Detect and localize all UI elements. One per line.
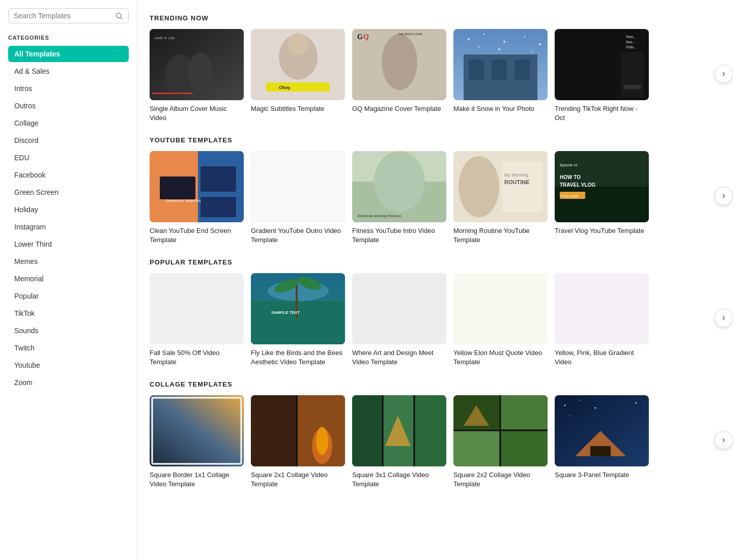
template-card-where-art[interactable]: Where Art and Design Meet Video Template [352,273,446,366]
sidebar-item-zoom[interactable]: Zoom [8,374,129,391]
svg-point-96 [564,405,566,406]
sidebar-item-popular[interactable]: Popular [8,288,129,304]
section-title-collage: COLLAGE TEMPLATES [150,380,733,388]
thumbnail-gq-magazine: G Q THE BOLD LOOK [352,29,446,100]
template-card-magic-subtitles[interactable]: Okay. Magic Subtitles Template [251,29,345,122]
search-box[interactable] [8,8,129,23]
thumbnail-clean-youtube: Thanks for Watching [150,151,244,222]
template-label-sq3x1: Square 3x1 Collage Video Template [352,470,446,488]
sidebar-item-memorial[interactable]: Memorial [8,271,129,287]
template-card-sq2x1[interactable]: Square 2x1 Collage Video Template [251,395,345,488]
template-label-clean-youtube: Clean YouTube End Screen Template [150,226,244,244]
template-card-single-album[interactable]: walk in use Single Album Cover Music Vid… [150,29,244,122]
carousel-row-collage: Square Border 1x1 Collage Video Template… [150,395,733,488]
categories-label: CATEGORIES [8,35,129,41]
svg-point-24 [483,34,485,35]
thumbnail-travel-vlog: Episode 41 HOW TO TRAVEL VLOG FOLLOW [555,151,649,222]
svg-text:My Morning: My Morning [504,172,528,178]
thumbnail-where-art [352,273,446,344]
chevron-right-icon [720,436,727,444]
svg-point-5 [188,53,213,92]
carousel-next-collage[interactable] [714,431,733,449]
template-card-make-snow[interactable]: Make it Snow in Your Photo [453,29,548,122]
svg-rect-44 [251,151,345,222]
svg-rect-35 [621,52,644,98]
sidebar-item-outros[interactable]: Outros [8,98,129,114]
template-label-fall-sale: Fall Sale 50% Off Video Template [150,348,244,366]
sidebar-item-sounds[interactable]: Sounds [8,322,129,339]
svg-text:Okay.: Okay. [279,85,291,90]
template-card-trending-tiktok[interactable]: Tren... Sou... Octo... Trending TikTok R… [555,29,649,122]
svg-rect-43 [200,197,236,217]
thumbnail-single-album: walk in use [150,29,244,100]
template-card-clean-youtube[interactable]: Thanks for Watching Clean YouTube End Sc… [150,151,244,244]
svg-rect-40 [160,176,195,199]
svg-text:FOLLOW: FOLLOW [561,194,578,198]
sidebar-item-collage[interactable]: Collage [8,115,129,131]
sidebar-item-green-screen[interactable]: Green Screen [8,184,129,200]
svg-text:SAMPLE TEXT: SAMPLE TEXT [271,310,300,315]
carousel-next-trending[interactable] [714,65,733,83]
carousel-row-popular: Fall Sale 50% Off Video Template SAMPLE … [150,273,733,366]
template-card-travel-vlog[interactable]: Episode 41 HOW TO TRAVEL VLOG FOLLOW Tra… [555,151,649,244]
section-title-popular: POPULAR TEMPLATES [150,258,733,266]
svg-text:Octo...: Octo... [626,45,637,49]
template-label-sq2x1: Square 2x1 Collage Video Template [251,470,345,488]
thumbnail-trending-tiktok: Tren... Sou... Octo... [555,29,649,100]
svg-rect-6 [152,93,193,94]
template-card-fall-sale[interactable]: Fall Sale 50% Off Video Template [150,273,244,366]
template-label-where-art: Where Art and Design Meet Video Template [352,348,446,366]
sidebar-item-ad--sales[interactable]: Ad & Sales [8,63,129,79]
svg-text:G: G [357,33,363,41]
sidebar-item-intros[interactable]: Intros [8,80,129,97]
section-title-youtube: YOUTUBE TEMPLATES [150,136,733,144]
svg-text:HOW TO: HOW TO [560,174,581,180]
template-label-gq-magazine: GQ Magazine Cover Template [352,104,446,113]
template-label-morning-routine: Morning Routine YouTube Template [453,226,548,244]
template-card-sq3x1[interactable]: Square 3x1 Collage Video Template [352,395,446,488]
sidebar-item-facebook[interactable]: Facebook [8,167,129,183]
template-card-sq2x2[interactable]: Square 2x2 Collage Video Template [453,395,548,488]
sidebar-item-edu[interactable]: EDU [8,150,129,166]
sidebar-item-memes[interactable]: Memes [8,253,129,270]
svg-rect-81 [352,395,382,466]
sidebar-item-all-templates[interactable]: All Templates [8,46,129,62]
svg-rect-102 [590,446,611,456]
sidebar-item-tiktok[interactable]: TikTok [8,305,129,321]
template-card-gradient-outro[interactable]: Gradient YouTube Outro Video Template [251,151,345,244]
template-card-birds-bees[interactable]: SAMPLE TEXT Fly Like the Birds and the B… [251,273,345,366]
template-card-fitness-youtube[interactable]: 45 Minute Morning Workout Fitness YouTub… [352,151,446,244]
sidebar-item-lower-third[interactable]: Lower Third [8,236,129,252]
svg-point-97 [580,400,581,401]
template-card-yellow-elon[interactable]: Yellow Elon Must Quote Video Template [453,273,548,366]
svg-line-1 [121,17,123,19]
sidebar-item-twitch[interactable]: Twitch [8,340,129,356]
thumbnail-magic-subtitles: Okay. [251,29,345,100]
template-label-yellow-elon: Yellow Elon Must Quote Video Template [453,348,548,366]
svg-rect-72 [150,395,244,466]
svg-text:Thanks for Watching: Thanks for Watching [165,198,202,203]
section-trending: TRENDING NOW walk in use Single Album Co… [150,14,733,122]
search-input[interactable] [14,12,113,20]
svg-rect-64 [251,301,345,344]
chevron-right-icon [720,192,727,199]
svg-point-25 [503,41,505,43]
sidebar-item-holiday[interactable]: Holiday [8,201,129,218]
sidebar-item-youtube[interactable]: Youtube [8,357,129,373]
svg-text:45 Minute Morning Workout: 45 Minute Morning Workout [357,214,401,218]
search-icon [115,12,123,20]
template-card-yellow-pink[interactable]: Yellow, Pink, Blue Gradient Video [555,273,649,366]
template-card-gq-magazine[interactable]: G Q THE BOLD LOOK GQ Magazine Cover Temp… [352,29,446,122]
sidebar: CATEGORIES All TemplatesAd & SalesIntros… [0,0,137,560]
carousel-next-youtube[interactable] [714,187,733,205]
svg-point-50 [459,156,499,217]
svg-point-28 [478,46,480,48]
carousel-next-popular[interactable] [714,309,733,327]
sidebar-item-instagram[interactable]: Instagram [8,219,129,235]
template-card-sq1x1[interactable]: Square Border 1x1 Collage Video Template [150,395,244,488]
section-popular: POPULAR TEMPLATES Fall Sale 50% Off Vide… [150,258,733,366]
section-youtube: YOUTUBE TEMPLATES Thanks for Watching Cl… [150,136,733,244]
template-card-sq3panel[interactable]: Square 3-Panel Template [555,395,649,488]
template-card-morning-routine[interactable]: My Morning ROUTINE Morning Routine YouTu… [453,151,548,244]
sidebar-item-discord[interactable]: Discord [8,132,129,149]
